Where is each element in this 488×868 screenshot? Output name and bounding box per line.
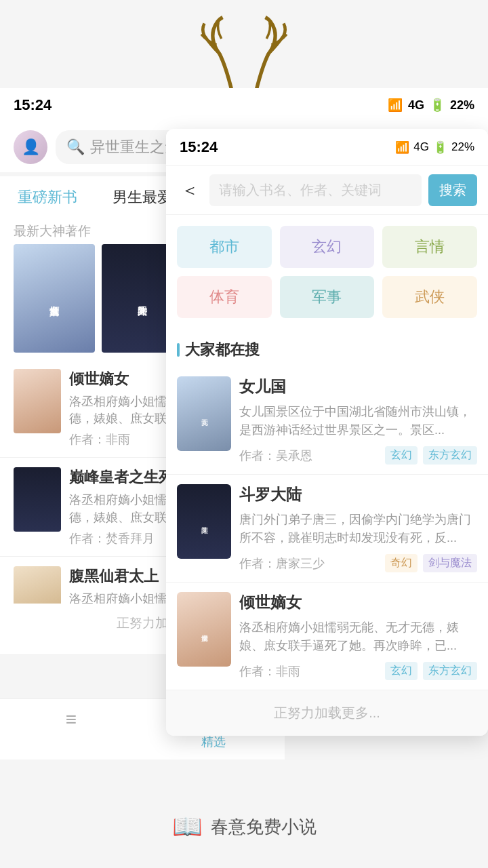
app-branding: 📖 春意免费小说 <box>0 812 488 841</box>
panel-wifi-icon: 📶 <box>395 140 409 155</box>
bg-list-cover-1 <box>14 467 61 532</box>
popular-title-text: 大家都在搜 <box>185 340 260 360</box>
antler-svg <box>183 7 305 95</box>
bg-battery-icon: 🔋 <box>430 98 445 113</box>
result-title-2: 倾世嫡女 <box>239 592 477 613</box>
result-item-0[interactable]: 女儿国 女儿国 女儿国景区位于中国湖北省随州市洪山镇，是西游神话经过世界景区之一… <box>166 367 488 475</box>
result-author-1: 作者：唐家三少 <box>239 555 380 572</box>
bg-nav-home[interactable]: ≡ <box>0 709 142 750</box>
bg-time: 15:24 <box>14 96 52 114</box>
genre-dushi[interactable]: 都市 <box>177 226 272 268</box>
result-tag-2-1[interactable]: 东方玄幻 <box>423 662 477 680</box>
result-tag-0-0[interactable]: 玄幻 <box>385 446 418 465</box>
result-title-1: 斗罗大陆 <box>239 484 477 505</box>
search-input-field[interactable]: 请输入书名、作者、关键词 <box>209 174 422 206</box>
result-desc-2: 洛丞相府嫡小姐懦弱无能、无才无德，婊娘、庶女联手逼死了她。再次睁眸，已... <box>239 618 477 655</box>
result-tag-1-1[interactable]: 剑与魔法 <box>423 554 477 572</box>
bg-status-bar: 15:24 📶 4G 🔋 22% <box>0 88 488 122</box>
genre-wuxia[interactable]: 武侠 <box>382 276 477 318</box>
result-meta-1: 作者：唐家三少 奇幻 剑与魔法 <box>239 554 477 572</box>
result-item-2[interactable]: 倾世嫡女 倾世嫡女 洛丞相府嫡小姐懦弱无能、无才无德，婊娘、庶女联手逼死了她。再… <box>166 583 488 690</box>
result-info-1: 斗罗大陆 唐门外门弟子唐三，因偷学内门绝学为唐门所不容，跳崔明志时却发现没有死，… <box>239 484 477 572</box>
result-info-0: 女儿国 女儿国景区位于中国湖北省随州市洪山镇，是西游神话经过世界景区之一。景区.… <box>239 376 477 465</box>
bg-signal-icon: 4G <box>408 98 424 113</box>
bg-cover-1[interactable]: 倾世嫡女 <box>14 244 95 353</box>
back-button[interactable]: ＜ <box>177 178 203 202</box>
result-tag-1-0[interactable]: 奇幻 <box>385 554 418 572</box>
panel-status-icons: 📶 4G 🔋 22% <box>395 140 474 155</box>
genre-junshi[interactable]: 军事 <box>280 276 375 318</box>
bg-nav-featured-label: 精选 <box>201 734 226 750</box>
result-desc-0: 女儿国景区位于中国湖北省随州市洪山镇，是西游神话经过世界景区之一。景区... <box>239 403 477 439</box>
bg-tab-new-books[interactable]: 重磅新书 <box>0 176 95 220</box>
genre-xuanhuan[interactable]: 玄幻 <box>280 226 375 268</box>
section-bar-indicator <box>177 343 180 357</box>
result-tag-0-1[interactable]: 东方玄幻 <box>423 446 477 465</box>
bg-nav-home-icon: ≡ <box>66 709 77 730</box>
genre-grid: 都市 玄幻 言情 体育 军事 武侠 <box>166 215 488 329</box>
result-desc-1: 唐门外门弟子唐三，因偷学内门绝学为唐门所不容，跳崔明志时却发现没有死，反... <box>239 511 477 547</box>
result-author-0: 作者：吴承恩 <box>239 448 380 464</box>
panel-search-placeholder: 请输入书名、作者、关键词 <box>219 182 382 197</box>
result-cover-0: 女儿国 <box>177 376 231 451</box>
bg-list-cover-0 <box>14 369 61 433</box>
antler-decoration <box>0 0 488 95</box>
result-author-2: 作者：非雨 <box>239 663 380 679</box>
avatar[interactable]: 👤 <box>14 130 47 164</box>
result-cover-1: 斗罗大陆 <box>177 484 231 559</box>
result-info-2: 倾世嫡女 洛丞相府嫡小姐懦弱无能、无才无德，婊娘、庶女联手逼死了她。再次睁眸，已… <box>239 592 477 680</box>
panel-signal-icon: 4G <box>413 140 429 154</box>
panel-battery-pct: 22% <box>451 140 474 154</box>
result-cover-2: 倾世嫡女 <box>177 592 231 667</box>
result-meta-2: 作者：非雨 玄幻 东方玄幻 <box>239 662 477 680</box>
bg-battery-pct: 22% <box>450 98 474 113</box>
result-item-1[interactable]: 斗罗大陆 斗罗大陆 唐门外门弟子唐三，因偷学内门绝学为唐门所不容，跳崔明志时却发… <box>166 475 488 583</box>
panel-search-bar: ＜ 请输入书名、作者、关键词 搜索 <box>166 166 488 215</box>
search-icon: 🔍 <box>66 138 85 156</box>
panel-time: 15:24 <box>180 138 218 156</box>
result-title-0: 女儿国 <box>239 376 477 397</box>
bg-wifi-icon: 📶 <box>388 98 403 113</box>
search-panel: 15:24 📶 4G 🔋 22% ＜ 请输入书名、作者、关键词 搜索 都市 玄幻… <box>166 129 488 736</box>
search-button[interactable]: 搜索 <box>428 174 477 206</box>
genre-yanqing[interactable]: 言情 <box>382 226 477 268</box>
app-name: 春意免费小说 <box>211 815 317 839</box>
result-meta-0: 作者：吴承恩 玄幻 东方玄幻 <box>239 446 477 465</box>
load-more-btn[interactable]: 正努力加载更多... <box>166 690 488 736</box>
popular-section-title: 大家都在搜 <box>166 329 488 367</box>
result-tag-2-0[interactable]: 玄幻 <box>385 662 418 680</box>
panel-status-bar: 15:24 📶 4G 🔋 22% <box>166 129 488 166</box>
panel-battery-icon: 🔋 <box>433 140 447 155</box>
genre-tiyu[interactable]: 体育 <box>177 276 272 318</box>
book-icon: 📖 <box>172 812 203 841</box>
